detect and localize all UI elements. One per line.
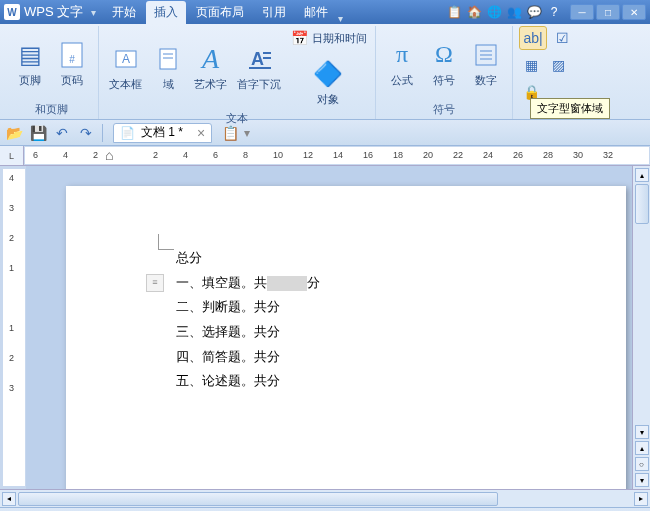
line-text: 一、填空题。共 — [176, 271, 267, 296]
cursor-margin-mark — [158, 234, 174, 250]
wordart-button[interactable]: A 艺术字 — [190, 41, 231, 94]
save-button[interactable]: 💾 — [28, 123, 48, 143]
doc-title: 文档 1 * — [141, 124, 183, 141]
close-button[interactable]: ✕ — [622, 4, 646, 20]
ribbon-group-symbol: π 公式 Ω 符号 数字 符号 — [376, 26, 513, 119]
minimize-button[interactable]: ─ — [570, 4, 594, 20]
svg-text:#: # — [69, 54, 75, 65]
field-button[interactable]: 域 — [148, 41, 188, 94]
object-icon: 🔷 — [312, 58, 344, 90]
number-icon — [470, 39, 502, 71]
doc-line[interactable]: 三、选择题。共分 — [176, 320, 516, 345]
chat-icon[interactable]: 💬 — [526, 4, 542, 20]
app-name: WPS 文字 — [24, 3, 83, 21]
home-icon[interactable]: 🏠 — [466, 4, 482, 20]
combo-form-field-button[interactable]: ▦ — [519, 53, 543, 77]
tab-pagelayout[interactable]: 页面布局 — [188, 1, 252, 24]
hscroll-thumb[interactable] — [18, 492, 498, 506]
line-text: 总分 — [176, 246, 202, 271]
undo-button[interactable]: ↶ — [52, 123, 72, 143]
doc-line[interactable]: 四、简答题。共分 — [176, 345, 516, 370]
horizontal-scrollbar[interactable]: ◂ ▸ — [0, 492, 650, 506]
scroll-up-button[interactable]: ▴ — [635, 168, 649, 182]
doc-icon: 📄 — [120, 126, 135, 140]
check-form-icon: ☑ — [552, 28, 572, 48]
footer-button[interactable]: ▤ 页脚 — [10, 37, 50, 90]
indent-marker[interactable]: ⌂ — [105, 147, 113, 163]
line-text: 五、论述题。共分 — [176, 369, 280, 394]
redo-button[interactable]: ↷ — [76, 123, 96, 143]
tab-insert[interactable]: 插入 — [146, 1, 186, 24]
help-icon[interactable]: ? — [546, 4, 562, 20]
next-page-button[interactable]: ▾ — [635, 473, 649, 487]
line-text: 四、简答题。共分 — [176, 345, 280, 370]
svg-rect-4 — [160, 49, 176, 69]
textbox-button[interactable]: A 文本框 — [105, 41, 146, 94]
quick-access-toolbar: 📂 💾 ↶ ↷ 📄 文档 1 * × 📋 ▾ — [0, 120, 650, 146]
scroll-down-button[interactable]: ▾ — [635, 425, 649, 439]
dropcap-icon: A — [243, 43, 275, 75]
line-text: 三、选择题。共分 — [176, 320, 280, 345]
user-icon[interactable]: 👥 — [506, 4, 522, 20]
open-button[interactable]: 📂 — [4, 123, 24, 143]
ribbon: ▤ 页脚 # 页码 和页脚 A 文本框 域 A 艺术字 — [0, 24, 650, 120]
object-button[interactable]: 🔷 对象 — [287, 56, 369, 109]
horizontal-ruler[interactable]: ⌂ 6422468101214161820222426283032 — [24, 146, 650, 165]
scroll-left-button[interactable]: ◂ — [2, 492, 16, 506]
textbox-icon: A — [110, 43, 142, 75]
ruler-corner[interactable]: L — [0, 146, 24, 165]
prev-page-button[interactable]: ▴ — [635, 441, 649, 455]
form-fill-field[interactable] — [267, 276, 307, 291]
doc-line[interactable]: ≡一、填空题。共分 — [176, 271, 516, 296]
page-number-button[interactable]: # 页码 — [52, 37, 92, 90]
ribbon-tabs: 开始 插入 页面布局 引用 邮件 ▾ — [104, 0, 351, 24]
line-text: 二、判断题。共分 — [176, 295, 280, 320]
svg-text:A: A — [251, 49, 264, 69]
equation-button[interactable]: π 公式 — [382, 37, 422, 90]
maximize-button[interactable]: □ — [596, 4, 620, 20]
globe-icon[interactable]: 🌐 — [486, 4, 502, 20]
number-button[interactable]: 数字 — [466, 37, 506, 90]
document-tab[interactable]: 📄 文档 1 * × — [113, 123, 212, 143]
tab-mail[interactable]: 邮件 — [296, 1, 336, 24]
tabs-more[interactable]: ▾ — [338, 13, 343, 24]
para-marker-icon: ≡ — [146, 274, 164, 292]
tab-reference[interactable]: 引用 — [254, 1, 294, 24]
copy-icon[interactable]: 📋 — [446, 4, 462, 20]
doc-close-button[interactable]: × — [197, 125, 205, 141]
symbol-button[interactable]: Ω 符号 — [424, 37, 464, 90]
scroll-thumb[interactable] — [635, 184, 649, 224]
titlebar: W WPS 文字 ▾ 开始 插入 页面布局 引用 邮件 ▾ 📋 🏠 🌐 👥 💬 … — [0, 0, 650, 24]
browse-object-button[interactable]: ○ — [635, 457, 649, 471]
app-menu-dropdown[interactable]: ▾ — [91, 7, 96, 18]
page[interactable]: 总分≡一、填空题。共分二、判断题。共分三、选择题。共分四、简答题。共分五、论述题… — [66, 186, 626, 489]
vertical-ruler[interactable]: 4321123 — [2, 168, 26, 487]
svg-text:A: A — [121, 52, 129, 66]
check-form-field-button[interactable]: ☑ — [550, 26, 574, 50]
combo-form-icon: ▦ — [521, 55, 541, 75]
text-form-field-button[interactable]: ab| — [519, 26, 547, 50]
document-area[interactable]: 总分≡一、填空题。共分二、判断题。共分三、选择题。共分四、简答题。共分五、论述题… — [26, 166, 632, 489]
scroll-right-button[interactable]: ▸ — [634, 492, 648, 506]
statusbar: 修订 大写 数字 改写 拼写检查: 打印单位: 毫米 📄 ☰ ▤ 100 % −… — [0, 507, 650, 511]
group-label: 和页脚 — [35, 100, 68, 119]
text-form-icon: ab| — [523, 28, 543, 48]
vertical-scrollbar[interactable]: ▴ ▾ ▴ ○ ▾ — [632, 166, 650, 489]
pi-icon: π — [386, 39, 418, 71]
wordart-icon: A — [195, 43, 227, 75]
doc-line[interactable]: 总分 — [176, 246, 516, 271]
tab-start[interactable]: 开始 — [104, 1, 144, 24]
footer-icon: ▤ — [14, 39, 46, 71]
shade-form-button[interactable]: ▨ — [546, 53, 570, 77]
shade-icon: ▨ — [548, 55, 568, 75]
datetime-button[interactable]: 📅 日期和时间 — [287, 26, 369, 50]
ribbon-group-header-footer: ▤ 页脚 # 页码 和页脚 — [4, 26, 99, 119]
page-number-icon: # — [56, 39, 88, 71]
dropcap-button[interactable]: A 首字下沉 — [233, 41, 285, 94]
horizontal-scroll-row: ◂ ▸ — [0, 489, 650, 507]
doc-line[interactable]: 二、判断题。共分 — [176, 295, 516, 320]
omega-icon: Ω — [428, 39, 460, 71]
app-icon: W — [4, 4, 20, 20]
doc-line[interactable]: 五、论述题。共分 — [176, 369, 516, 394]
group-label: 文本 — [226, 109, 248, 128]
